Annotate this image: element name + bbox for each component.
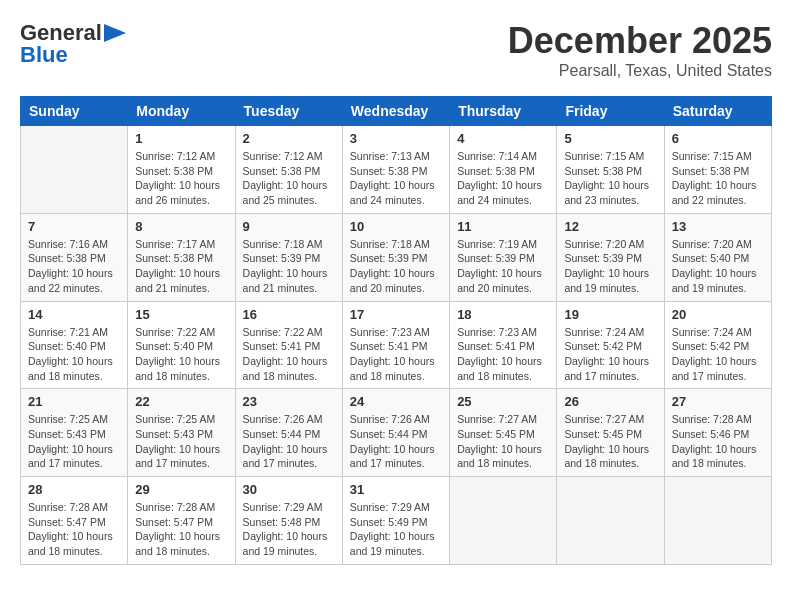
day-info: Sunrise: 7:20 AMSunset: 5:39 PMDaylight:…: [564, 237, 656, 296]
day-info: Sunrise: 7:18 AMSunset: 5:39 PMDaylight:…: [350, 237, 442, 296]
day-number: 8: [135, 219, 227, 234]
day-number: 29: [135, 482, 227, 497]
page-header: General Blue December 2025 Pearsall, Tex…: [20, 20, 772, 80]
calendar-cell: 9Sunrise: 7:18 AMSunset: 5:39 PMDaylight…: [235, 213, 342, 301]
calendar-cell: 15Sunrise: 7:22 AMSunset: 5:40 PMDayligh…: [128, 301, 235, 389]
day-number: 9: [243, 219, 335, 234]
day-info: Sunrise: 7:15 AMSunset: 5:38 PMDaylight:…: [564, 149, 656, 208]
day-number: 15: [135, 307, 227, 322]
day-info: Sunrise: 7:24 AMSunset: 5:42 PMDaylight:…: [564, 325, 656, 384]
calendar-cell: 28Sunrise: 7:28 AMSunset: 5:47 PMDayligh…: [21, 477, 128, 565]
day-number: 24: [350, 394, 442, 409]
day-info: Sunrise: 7:25 AMSunset: 5:43 PMDaylight:…: [28, 412, 120, 471]
calendar-cell: [450, 477, 557, 565]
day-info: Sunrise: 7:13 AMSunset: 5:38 PMDaylight:…: [350, 149, 442, 208]
day-number: 1: [135, 131, 227, 146]
calendar-cell: 13Sunrise: 7:20 AMSunset: 5:40 PMDayligh…: [664, 213, 771, 301]
day-number: 6: [672, 131, 764, 146]
calendar-cell: 19Sunrise: 7:24 AMSunset: 5:42 PMDayligh…: [557, 301, 664, 389]
logo-arrow-icon: [104, 24, 126, 42]
day-number: 13: [672, 219, 764, 234]
day-number: 20: [672, 307, 764, 322]
calendar-cell: 5Sunrise: 7:15 AMSunset: 5:38 PMDaylight…: [557, 126, 664, 214]
day-number: 21: [28, 394, 120, 409]
calendar-cell: 30Sunrise: 7:29 AMSunset: 5:48 PMDayligh…: [235, 477, 342, 565]
calendar-cell: 8Sunrise: 7:17 AMSunset: 5:38 PMDaylight…: [128, 213, 235, 301]
calendar-cell: 20Sunrise: 7:24 AMSunset: 5:42 PMDayligh…: [664, 301, 771, 389]
day-info: Sunrise: 7:29 AMSunset: 5:49 PMDaylight:…: [350, 500, 442, 559]
day-info: Sunrise: 7:16 AMSunset: 5:38 PMDaylight:…: [28, 237, 120, 296]
day-info: Sunrise: 7:29 AMSunset: 5:48 PMDaylight:…: [243, 500, 335, 559]
day-number: 27: [672, 394, 764, 409]
calendar-cell: 29Sunrise: 7:28 AMSunset: 5:47 PMDayligh…: [128, 477, 235, 565]
day-number: 12: [564, 219, 656, 234]
calendar-cell: 16Sunrise: 7:22 AMSunset: 5:41 PMDayligh…: [235, 301, 342, 389]
calendar-cell: 2Sunrise: 7:12 AMSunset: 5:38 PMDaylight…: [235, 126, 342, 214]
calendar-cell: 21Sunrise: 7:25 AMSunset: 5:43 PMDayligh…: [21, 389, 128, 477]
calendar-cell: 17Sunrise: 7:23 AMSunset: 5:41 PMDayligh…: [342, 301, 449, 389]
day-number: 3: [350, 131, 442, 146]
day-number: 19: [564, 307, 656, 322]
day-number: 30: [243, 482, 335, 497]
calendar-cell: 7Sunrise: 7:16 AMSunset: 5:38 PMDaylight…: [21, 213, 128, 301]
day-info: Sunrise: 7:26 AMSunset: 5:44 PMDaylight:…: [350, 412, 442, 471]
calendar-cell: 27Sunrise: 7:28 AMSunset: 5:46 PMDayligh…: [664, 389, 771, 477]
day-number: 31: [350, 482, 442, 497]
calendar-header-friday: Friday: [557, 97, 664, 126]
day-info: Sunrise: 7:15 AMSunset: 5:38 PMDaylight:…: [672, 149, 764, 208]
page-subtitle: Pearsall, Texas, United States: [508, 62, 772, 80]
calendar-week-4: 21Sunrise: 7:25 AMSunset: 5:43 PMDayligh…: [21, 389, 772, 477]
day-number: 16: [243, 307, 335, 322]
day-info: Sunrise: 7:12 AMSunset: 5:38 PMDaylight:…: [243, 149, 335, 208]
day-info: Sunrise: 7:18 AMSunset: 5:39 PMDaylight:…: [243, 237, 335, 296]
day-info: Sunrise: 7:23 AMSunset: 5:41 PMDaylight:…: [350, 325, 442, 384]
day-info: Sunrise: 7:26 AMSunset: 5:44 PMDaylight:…: [243, 412, 335, 471]
day-number: 5: [564, 131, 656, 146]
day-info: Sunrise: 7:22 AMSunset: 5:40 PMDaylight:…: [135, 325, 227, 384]
calendar-cell: [21, 126, 128, 214]
day-info: Sunrise: 7:28 AMSunset: 5:47 PMDaylight:…: [28, 500, 120, 559]
calendar-cell: 23Sunrise: 7:26 AMSunset: 5:44 PMDayligh…: [235, 389, 342, 477]
calendar-header-wednesday: Wednesday: [342, 97, 449, 126]
logo-blue: Blue: [20, 42, 68, 68]
day-info: Sunrise: 7:24 AMSunset: 5:42 PMDaylight:…: [672, 325, 764, 384]
calendar-table: SundayMondayTuesdayWednesdayThursdayFrid…: [20, 96, 772, 565]
calendar-cell: 22Sunrise: 7:25 AMSunset: 5:43 PMDayligh…: [128, 389, 235, 477]
day-info: Sunrise: 7:23 AMSunset: 5:41 PMDaylight:…: [457, 325, 549, 384]
calendar-cell: 10Sunrise: 7:18 AMSunset: 5:39 PMDayligh…: [342, 213, 449, 301]
day-number: 11: [457, 219, 549, 234]
day-info: Sunrise: 7:25 AMSunset: 5:43 PMDaylight:…: [135, 412, 227, 471]
day-info: Sunrise: 7:28 AMSunset: 5:46 PMDaylight:…: [672, 412, 764, 471]
calendar-cell: 3Sunrise: 7:13 AMSunset: 5:38 PMDaylight…: [342, 126, 449, 214]
page-title: December 2025: [508, 20, 772, 62]
day-number: 10: [350, 219, 442, 234]
day-info: Sunrise: 7:17 AMSunset: 5:38 PMDaylight:…: [135, 237, 227, 296]
calendar-cell: [664, 477, 771, 565]
day-info: Sunrise: 7:20 AMSunset: 5:40 PMDaylight:…: [672, 237, 764, 296]
calendar-header-tuesday: Tuesday: [235, 97, 342, 126]
calendar-week-2: 7Sunrise: 7:16 AMSunset: 5:38 PMDaylight…: [21, 213, 772, 301]
calendar-week-5: 28Sunrise: 7:28 AMSunset: 5:47 PMDayligh…: [21, 477, 772, 565]
day-info: Sunrise: 7:21 AMSunset: 5:40 PMDaylight:…: [28, 325, 120, 384]
day-info: Sunrise: 7:14 AMSunset: 5:38 PMDaylight:…: [457, 149, 549, 208]
day-info: Sunrise: 7:27 AMSunset: 5:45 PMDaylight:…: [457, 412, 549, 471]
day-number: 22: [135, 394, 227, 409]
day-number: 26: [564, 394, 656, 409]
title-block: December 2025 Pearsall, Texas, United St…: [508, 20, 772, 80]
day-number: 14: [28, 307, 120, 322]
calendar-cell: 26Sunrise: 7:27 AMSunset: 5:45 PMDayligh…: [557, 389, 664, 477]
calendar-cell: [557, 477, 664, 565]
calendar-cell: 31Sunrise: 7:29 AMSunset: 5:49 PMDayligh…: [342, 477, 449, 565]
logo: General Blue: [20, 20, 126, 68]
calendar-cell: 6Sunrise: 7:15 AMSunset: 5:38 PMDaylight…: [664, 126, 771, 214]
day-number: 23: [243, 394, 335, 409]
calendar-header-sunday: Sunday: [21, 97, 128, 126]
calendar-cell: 4Sunrise: 7:14 AMSunset: 5:38 PMDaylight…: [450, 126, 557, 214]
day-number: 4: [457, 131, 549, 146]
calendar-week-3: 14Sunrise: 7:21 AMSunset: 5:40 PMDayligh…: [21, 301, 772, 389]
calendar-header-thursday: Thursday: [450, 97, 557, 126]
svg-marker-0: [104, 24, 126, 42]
day-number: 28: [28, 482, 120, 497]
calendar-cell: 24Sunrise: 7:26 AMSunset: 5:44 PMDayligh…: [342, 389, 449, 477]
calendar-header-monday: Monday: [128, 97, 235, 126]
